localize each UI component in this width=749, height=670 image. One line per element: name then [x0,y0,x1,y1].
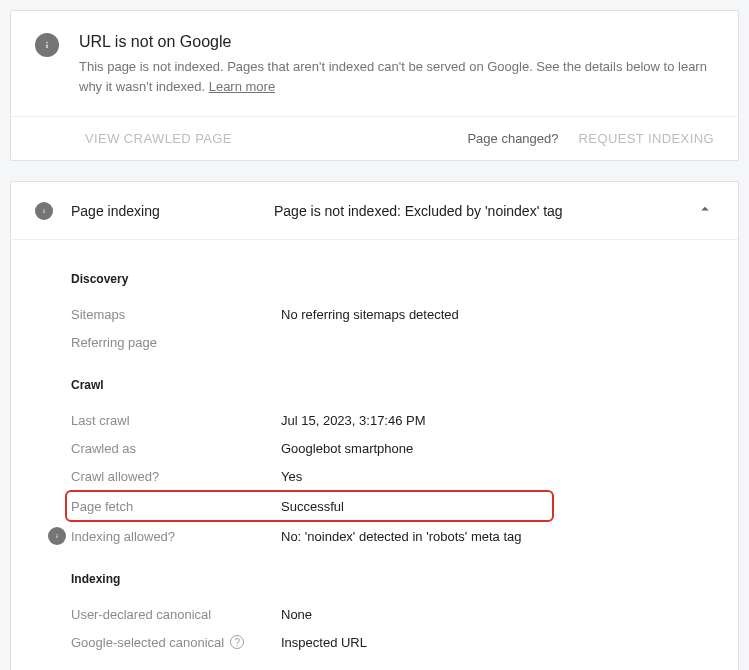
crawl-allowed-value: Yes [281,469,302,484]
page-fetch-value: Successful [281,499,344,514]
last-crawl-value: Jul 15, 2023, 3:17:46 PM [281,413,426,428]
highlight-page-fetch: Page fetch Successful [65,490,554,522]
learn-more-link[interactable]: Learn more [209,79,275,94]
notice-title: URL is not on Google [79,33,714,51]
google-canonical-label: Google-selected canonical ? [71,635,281,650]
sitemaps-label: Sitemaps [71,307,281,322]
google-canonical-value: Inspected URL [281,635,367,650]
last-crawl-label: Last crawl [71,413,281,428]
indexing-section-header[interactable]: Page indexing Page is not indexed: Exclu… [11,182,738,239]
sitemaps-value: No referring sitemaps detected [281,307,459,322]
row-google-canonical: Google-selected canonical ? Inspected UR… [71,628,714,656]
notice-description: This page is not indexed. Pages that are… [79,57,714,96]
row-crawl-allowed: Crawl allowed? Yes [71,462,714,490]
section-label: Page indexing [71,203,256,219]
notice-footer: View crawled page Page changed? Request … [11,116,738,160]
user-canonical-label: User-declared canonical [71,607,281,622]
page-fetch-label: Page fetch [71,499,281,514]
indexing-allowed-value: No: 'noindex' detected in 'robots' meta … [281,529,521,544]
row-indexing-allowed: Indexing allowed? No: 'noindex' detected… [71,522,714,550]
card-footer: Learn more Open report [11,666,738,670]
chevron-up-icon [696,200,714,221]
view-crawled-page-button[interactable]: View crawled page [35,131,232,146]
help-icon[interactable]: ? [230,635,244,649]
indexing-allowed-label: Indexing allowed? [71,529,281,544]
indexing-card: Page indexing Page is not indexed: Exclu… [10,181,739,670]
request-indexing-button[interactable]: Request indexing [579,131,714,146]
row-page-fetch: Page fetch Successful [71,492,552,520]
notice-card: URL is not on Google This page is not in… [10,10,739,161]
group-crawl-title: Crawl [71,378,714,392]
referring-label: Referring page [71,335,281,350]
crawl-allowed-label: Crawl allowed? [71,469,281,484]
group-discovery-title: Discovery [71,272,714,286]
info-icon [35,33,59,57]
section-body: Discovery Sitemaps No referring sitemaps… [11,239,738,666]
section-status: Page is not indexed: Excluded by 'noinde… [274,203,678,219]
crawled-as-label: Crawled as [71,441,281,456]
info-icon[interactable] [48,527,66,545]
notice: URL is not on Google This page is not in… [11,11,738,116]
page-changed-label: Page changed? [467,131,558,146]
crawled-as-value: Googlebot smartphone [281,441,413,456]
row-user-canonical: User-declared canonical None [71,600,714,628]
notice-desc-text: This page is not indexed. Pages that are… [79,59,707,94]
row-crawled-as: Crawled as Googlebot smartphone [71,434,714,462]
google-canonical-label-text: Google-selected canonical [71,635,224,650]
row-last-crawl: Last crawl Jul 15, 2023, 3:17:46 PM [71,406,714,434]
user-canonical-value: None [281,607,312,622]
row-referring-page: Referring page [71,328,714,356]
group-indexing-title: Indexing [71,572,714,586]
row-sitemaps: Sitemaps No referring sitemaps detected [71,300,714,328]
info-icon [35,202,53,220]
